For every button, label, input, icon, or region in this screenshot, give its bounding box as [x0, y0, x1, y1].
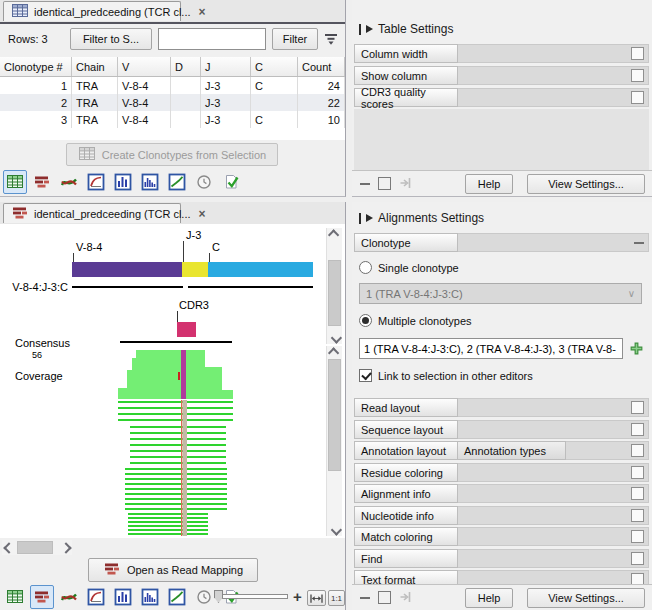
- line-chart-icon[interactable]: [84, 585, 108, 609]
- open-as-read-mapping-button[interactable]: Open as Read Mapping: [88, 558, 258, 582]
- help-button[interactable]: Help: [465, 174, 513, 194]
- expression-plots-icon[interactable]: [57, 585, 81, 609]
- element-info-icon[interactable]: [219, 170, 243, 194]
- panel-arrow-icon[interactable]: [366, 25, 373, 33]
- collapse-all-icon[interactable]: [360, 597, 370, 599]
- column-header-j[interactable]: J: [201, 57, 251, 76]
- popout-section-icon[interactable]: [631, 530, 644, 543]
- column-header-v[interactable]: V: [118, 57, 171, 76]
- single-clonotype-radio[interactable]: [359, 261, 372, 274]
- section-label[interactable]: Match coloring: [354, 527, 458, 546]
- popout-section-icon[interactable]: [631, 552, 644, 565]
- collapse-all-icon[interactable]: [360, 183, 370, 185]
- section-annotation-layout[interactable]: Annotation layoutAnnotation types: [354, 441, 649, 460]
- popout-section-icon[interactable]: [631, 401, 644, 414]
- column-header-clonotype-[interactable]: Clonotype #: [0, 57, 72, 76]
- section-label[interactable]: Alignment info: [354, 484, 458, 503]
- alignment-canvas[interactable]: V-8-4J-3CV-8-4:J-3:CCDR3Consensus56Cover…: [0, 224, 345, 538]
- bar-chart-icon[interactable]: [138, 585, 162, 609]
- section-cdr3-quality-scores[interactable]: CDR3 quality scores: [354, 88, 649, 107]
- bar-chart-icon[interactable]: [138, 170, 162, 194]
- zoom-100-button[interactable]: 1:1: [328, 590, 345, 606]
- popout-section-icon[interactable]: [631, 444, 644, 457]
- table-row[interactable]: 3TRAV-8-4J-3C10: [0, 111, 345, 128]
- scroll-left-icon[interactable]: [2, 540, 15, 555]
- section-label[interactable]: Residue coloring: [354, 463, 458, 482]
- section-label[interactable]: Sequence layout: [354, 420, 458, 439]
- section-nucleotide-info[interactable]: Nucleotide info: [354, 506, 649, 525]
- section-label[interactable]: Column width: [354, 44, 458, 63]
- table-icon[interactable]: [3, 585, 27, 609]
- section-label[interactable]: Show column: [354, 66, 458, 85]
- label-horizontal-scrollbar[interactable]: [2, 540, 72, 555]
- multiple-clonotypes-label[interactable]: Multiple clonotypes: [378, 315, 472, 327]
- filter-to-selection-button[interactable]: Filter to S...: [70, 28, 152, 50]
- scroll-down-icon[interactable]: [327, 523, 342, 536]
- create-clonotypes-button[interactable]: Create Clonotypes from Selection: [66, 143, 278, 166]
- section-label[interactable]: Clonotype: [354, 233, 458, 252]
- popout-section-icon[interactable]: [631, 91, 644, 104]
- close-tab-icon[interactable]: ×: [199, 209, 206, 219]
- popout-section-icon[interactable]: [631, 466, 644, 479]
- single-clonotype-label[interactable]: Single clonotype: [378, 262, 459, 274]
- section-column-width[interactable]: Column width: [354, 44, 649, 63]
- panel-handle-icon[interactable]: [359, 24, 361, 35]
- section-label[interactable]: Read layout: [354, 398, 458, 417]
- dock-panel-icon[interactable]: [399, 590, 412, 605]
- section-residue-coloring[interactable]: Residue coloring: [354, 463, 649, 482]
- panel-handle-icon[interactable]: [359, 213, 361, 224]
- single-clonotype-select[interactable]: 1 (TRA V-8-4:J-3:C) ∨: [359, 283, 642, 304]
- tab-clonotype-table[interactable]: identical_predceeding (TCR cl... ×: [3, 1, 181, 21]
- palette-icon[interactable]: [378, 591, 391, 604]
- dock-panel-icon[interactable]: [399, 176, 412, 191]
- collapse-section-icon[interactable]: [634, 242, 644, 244]
- palette-icon[interactable]: [378, 177, 391, 190]
- column-header-c[interactable]: C: [251, 57, 298, 76]
- add-clonotype-icon[interactable]: [629, 341, 644, 356]
- table-row[interactable]: 1TRAV-8-4J-3C24: [0, 77, 345, 94]
- read-mapping-icon[interactable]: [30, 170, 54, 194]
- panel-arrow-icon[interactable]: [366, 214, 373, 222]
- section-match-coloring[interactable]: Match coloring: [354, 527, 649, 546]
- section-show-column[interactable]: Show column: [354, 66, 649, 85]
- section-find[interactable]: Find: [354, 549, 649, 568]
- history-icon[interactable]: [192, 585, 216, 609]
- section-label[interactable]: CDR3 quality scores: [354, 88, 458, 107]
- history-icon[interactable]: [192, 170, 216, 194]
- popout-section-icon[interactable]: [631, 487, 644, 500]
- popout-section-icon[interactable]: [631, 69, 644, 82]
- read-mapping-icon[interactable]: [30, 585, 54, 609]
- line-chart-icon[interactable]: [84, 170, 108, 194]
- section-clonotype[interactable]: Clonotype: [354, 233, 649, 252]
- popout-section-icon[interactable]: [631, 509, 644, 522]
- annotation-vertical-scrollbar[interactable]: [326, 228, 342, 344]
- section-sequence-layout[interactable]: Sequence layout: [354, 420, 649, 439]
- histogram-icon[interactable]: [111, 585, 135, 609]
- table-icon[interactable]: [3, 170, 27, 194]
- column-header-chain[interactable]: Chain: [72, 57, 118, 76]
- advanced-filter-icon[interactable]: [323, 31, 339, 49]
- table-row[interactable]: 2TRAV-8-4J-322: [0, 94, 345, 111]
- section-read-layout[interactable]: Read layout: [354, 398, 649, 417]
- multiple-clonotypes-radio[interactable]: [359, 314, 372, 327]
- reads-vertical-scrollbar[interactable]: [326, 346, 342, 536]
- zoom-in-icon[interactable]: +: [293, 589, 302, 604]
- link-selection-label[interactable]: Link to selection in other editors: [378, 370, 533, 382]
- section-label[interactable]: Nucleotide info: [354, 506, 458, 525]
- scroll-up-icon[interactable]: [327, 228, 342, 241]
- tab-alignment[interactable]: identical_predceeding (TCR cl... ×: [3, 203, 181, 223]
- view-settings-button[interactable]: View Settings...: [527, 174, 645, 194]
- growth-line-icon[interactable]: [165, 170, 189, 194]
- fit-width-button[interactable]: [307, 590, 326, 606]
- scroll-down-icon[interactable]: [327, 331, 342, 344]
- view-settings-button[interactable]: View Settings...: [527, 588, 645, 608]
- section-label[interactable]: Find: [354, 549, 458, 568]
- scroll-up-icon[interactable]: [327, 346, 342, 359]
- popout-section-icon[interactable]: [631, 423, 644, 436]
- column-header-d[interactable]: D: [171, 57, 201, 76]
- section-alignment-info[interactable]: Alignment info: [354, 484, 649, 503]
- growth-line-icon[interactable]: [165, 585, 189, 609]
- link-selection-checkbox[interactable]: [359, 369, 372, 382]
- help-button[interactable]: Help: [465, 588, 513, 608]
- expression-plots-icon[interactable]: [57, 170, 81, 194]
